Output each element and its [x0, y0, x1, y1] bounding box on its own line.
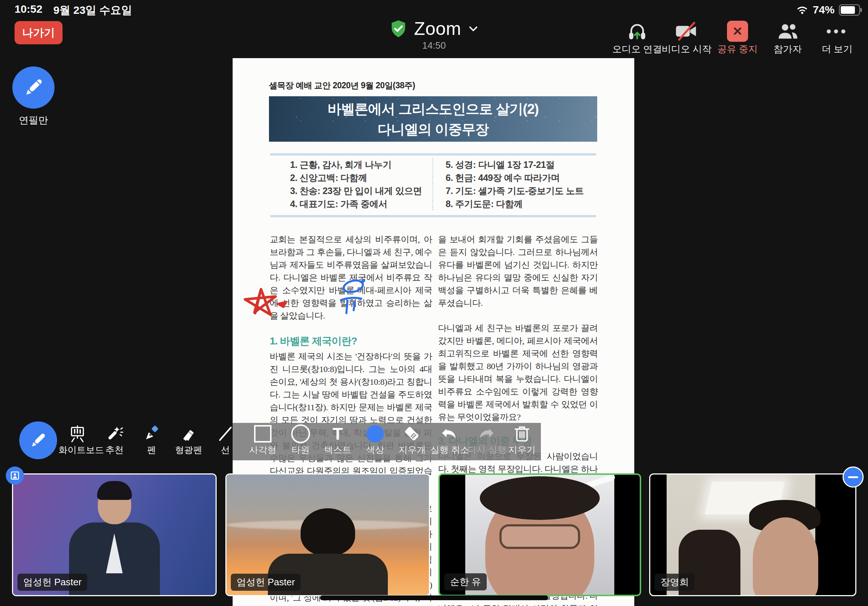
- video-tile-2[interactable]: 엄성헌 Paster: [225, 473, 430, 596]
- divider-rule-bottom: [270, 215, 596, 217]
- undo-icon: [430, 424, 468, 444]
- battery-icon: [839, 5, 860, 15]
- minus-icon: [848, 476, 858, 478]
- highlighter-icon: [170, 424, 208, 444]
- tool-spotlight[interactable]: 추천: [96, 424, 133, 456]
- video-tile-4[interactable]: 장영희: [649, 473, 856, 596]
- left-paragraph-2: 바벨론 제국의 시조는 '건장하다'의 뜻을 가진 니므롯(창10:8)입니다.…: [270, 350, 432, 490]
- whiteboard-icon: [59, 424, 96, 444]
- chevron-down-icon: [467, 23, 479, 35]
- more-dots-icon: •••: [806, 20, 868, 42]
- agenda-item-4: 4. 대표기도: 가족 중에서: [290, 198, 388, 210]
- pencil-user-label: 연필만: [12, 114, 55, 127]
- stop-share-icon: ✕: [727, 21, 748, 42]
- tool-line[interactable]: 선: [206, 424, 244, 456]
- wifi-icon: [796, 5, 808, 14]
- home-indicator[interactable]: [320, 595, 548, 600]
- tool-undo[interactable]: 실행 취소: [430, 424, 468, 456]
- text-tool-icon: T: [333, 425, 343, 442]
- tool-pen[interactable]: 펜: [133, 424, 170, 456]
- right-paragraph-1: 을 보내어 회개할 기회를 주셨음에도 그들은 듣지 않았습니다. 그러므로 하…: [438, 233, 598, 309]
- left-paragraph-1: 교회는 본질적으로 세상의 비주류이며, 아브라함과 그 후손들, 다니엘과 세…: [270, 233, 432, 322]
- meeting-timer: 14:50: [389, 40, 479, 51]
- tool-clear[interactable]: 지우기: [503, 424, 541, 456]
- banner-title-line2: 다니엘의 이중무장: [269, 120, 597, 138]
- leave-meeting-button[interactable]: 나가기: [14, 21, 62, 44]
- color-swatch-icon: [366, 425, 384, 442]
- agenda-divider: [432, 158, 433, 210]
- tool-highlighter[interactable]: 형광펜: [170, 424, 208, 456]
- agenda-item-1: 1. 근황, 감사, 회개 나누기: [290, 159, 392, 171]
- video-tile-3-active-speaker[interactable]: 순한 유: [439, 473, 641, 596]
- agenda-item-6: 6. 헌금: 449장 예수 따라가며: [446, 172, 560, 184]
- eraser-icon: [393, 424, 431, 444]
- agenda-item-7: 7. 기도: 셀가족 기도-중보기도 노트: [446, 185, 584, 197]
- ellipse-icon: [291, 424, 310, 443]
- divider-rule-top: [270, 153, 596, 156]
- participant-name-2: 엄성헌 Paster: [231, 574, 301, 591]
- status-date: 9월 23일 수요일: [53, 3, 132, 18]
- participant-name-1: 엄성헌 Paster: [17, 574, 87, 591]
- pinned-video-badge[interactable]: [6, 467, 24, 485]
- annotate-pencil-icon: [27, 430, 49, 451]
- participant-name-4: 장영희: [655, 574, 694, 591]
- annotate-button[interactable]: [19, 421, 57, 459]
- banner-title-line1: 바벨론에서 그리스도인으로 살기(2): [269, 100, 597, 118]
- right-paragraph-2: 다니엘과 세 친구는 바벨론의 포로가 끌려갔지만 바벨론, 메디아, 페르시아…: [438, 322, 598, 424]
- status-bar: 10:52 9월 23일 수요일 74%: [0, 0, 868, 18]
- zoom-meeting-screen: 10:52 9월 23일 수요일 74% 나가기 Zoom 14:50: [0, 0, 868, 606]
- tool-color[interactable]: 색상: [356, 424, 394, 456]
- redo-icon: [467, 424, 505, 444]
- rectangle-icon: [254, 425, 271, 442]
- agenda-item-3: 3. 찬송: 23장 만 입이 내게 있으면: [290, 185, 422, 197]
- more-button[interactable]: ••• 더 보기: [806, 20, 868, 56]
- spotlight-wand-icon: [96, 424, 133, 444]
- minimize-videos-button[interactable]: [843, 467, 863, 488]
- app-title: Zoom: [414, 18, 461, 39]
- meeting-title-group[interactable]: Zoom 14:50: [389, 18, 479, 51]
- trash-icon: [503, 424, 541, 444]
- agenda-item-8: 8. 주기도문: 다함께: [446, 198, 523, 210]
- battery-percent: 74%: [813, 4, 835, 16]
- tool-text[interactable]: T 텍스트: [319, 424, 356, 456]
- agenda-item-5: 5. 성경: 다니엘 1장 17-21절: [446, 159, 555, 171]
- agenda-item-2: 2. 신앙고백: 다함께: [290, 172, 367, 184]
- person-in-square-icon: [9, 470, 20, 481]
- document-title-banner: 바벨론에서 그리스도인으로 살기(2) 다니엘의 이중무장: [269, 96, 597, 142]
- status-time: 10:52: [14, 3, 42, 18]
- video-tile-1[interactable]: 엄성헌 Paster: [12, 473, 217, 596]
- pencil-user-avatar[interactable]: 연필만: [12, 66, 55, 127]
- tool-rectangle[interactable]: 사각형: [244, 424, 282, 456]
- tool-eraser[interactable]: 지우개: [393, 424, 431, 456]
- tool-ellipse[interactable]: 타원: [282, 424, 319, 456]
- participant-name-3: 순한 유: [444, 573, 487, 591]
- document-header: 셀목장 예배 교안 2020년 9월 20일(38주): [269, 80, 415, 91]
- tool-whiteboard[interactable]: 화이트보드: [59, 424, 96, 456]
- section-heading-1: 1. 바벨론 제국이란?: [270, 335, 432, 347]
- pencil-icon: [12, 66, 54, 109]
- pen-nib-icon: [133, 424, 170, 444]
- line-icon: [206, 424, 244, 444]
- security-shield-icon: [389, 19, 408, 39]
- tool-redo[interactable]: 다시 실행: [467, 424, 505, 456]
